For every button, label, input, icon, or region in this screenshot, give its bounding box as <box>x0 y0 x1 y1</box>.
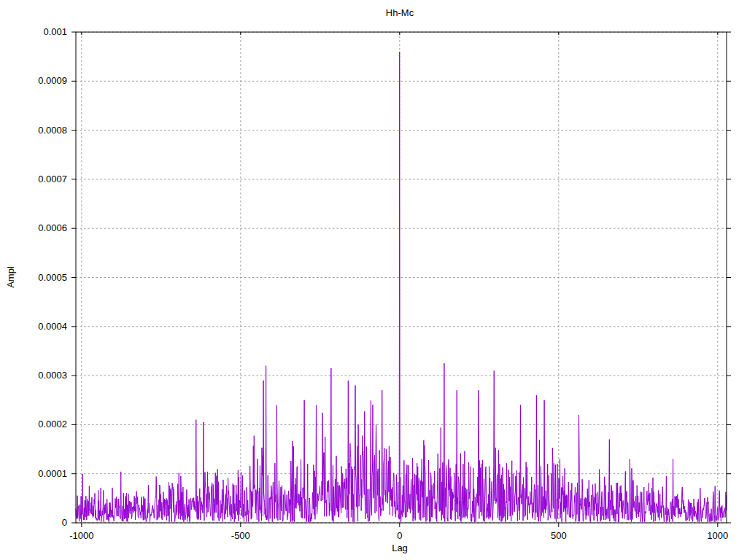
x-tick-label: 0 <box>369 530 430 542</box>
chart-title: Hh-Mc <box>386 7 414 18</box>
y-tick-label: 0.0002 <box>0 419 67 430</box>
y-tick-label: 0.0007 <box>0 174 67 185</box>
x-axis-label: Lag <box>392 542 408 553</box>
y-tick-label: 0 <box>0 517 67 529</box>
y-tick-label: 0.0008 <box>0 125 67 136</box>
y-tick-label: 0.0003 <box>0 370 67 381</box>
y-tick-label: 0.0009 <box>0 75 67 87</box>
x-tick-label: -500 <box>210 530 271 542</box>
x-tick-label: -1000 <box>51 530 112 542</box>
tick-marks <box>71 32 731 527</box>
y-tick-label: 0.0004 <box>0 321 67 332</box>
chart: Hh-Mc Ampl Lag 00.00010.00020.00030.0004… <box>0 0 747 560</box>
x-tick-label: 1000 <box>687 530 747 542</box>
y-tick-label: 0.0001 <box>0 468 67 480</box>
y-tick-label: 0.0006 <box>0 222 67 234</box>
grid-lines <box>76 32 727 523</box>
y-tick-label: 0.001 <box>0 26 67 38</box>
plot-area <box>0 0 747 560</box>
x-tick-label: 500 <box>528 530 589 542</box>
correlation-trace <box>76 52 727 522</box>
y-tick-label: 0.0005 <box>0 272 67 284</box>
